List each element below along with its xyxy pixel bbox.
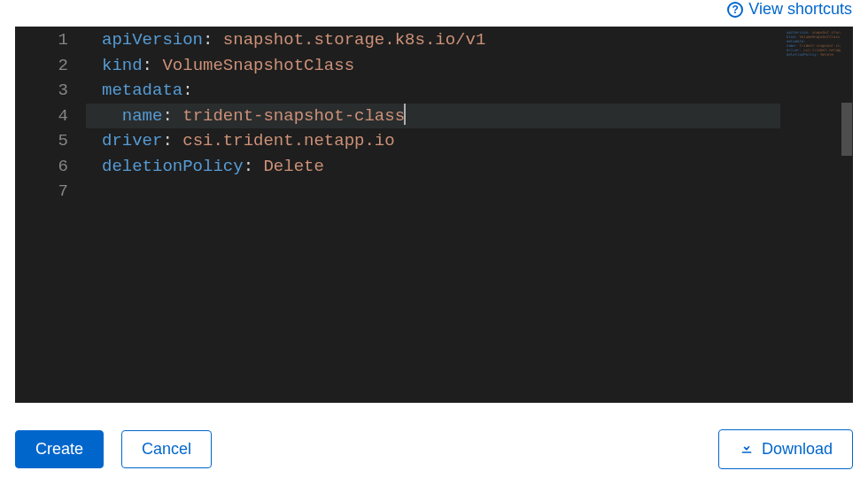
view-shortcuts-link[interactable]: ? View shortcuts [727, 0, 852, 19]
editor-minimap[interactable]: apiVersion: snapshot.storage.k8s.io/v1ki… [780, 27, 853, 403]
code-line[interactable]: apiVersion: snapshot.storage.k8s.io/v1 [86, 27, 780, 53]
cancel-button-label: Cancel [142, 440, 191, 459]
download-button-label: Download [762, 440, 833, 459]
action-button-row: Create Cancel Download [15, 429, 853, 469]
gutter-line-number: 7 [15, 179, 68, 204]
minimap-content: apiVersion: snapshot.storage.k8s.io/v1ki… [787, 30, 848, 57]
code-line[interactable] [86, 179, 780, 204]
question-circle-icon: ? [727, 2, 743, 18]
gutter-line-number: 5 [15, 128, 68, 154]
gutter-line-number: 4 [15, 104, 68, 129]
code-line[interactable]: driver: csi.trident.netapp.io [86, 128, 780, 154]
create-button[interactable]: Create [15, 430, 104, 468]
editor-cursor [404, 104, 406, 125]
gutter-line-number: 1 [15, 27, 68, 53]
code-line[interactable]: kind: VolumeSnapshotClass [86, 53, 780, 79]
code-editor[interactable]: 1234567 apiVersion: snapshot.storage.k8s… [15, 27, 853, 403]
minimap-line: deletionPolicy: Delete [787, 52, 848, 57]
download-button[interactable]: Download [718, 429, 853, 469]
gutter-line-number: 2 [15, 53, 68, 79]
code-line[interactable]: metadata: [86, 78, 780, 104]
gutter-line-number: 6 [15, 154, 68, 180]
create-button-label: Create [35, 440, 83, 459]
gutter-line-number: 3 [15, 78, 68, 104]
cancel-button[interactable]: Cancel [121, 430, 212, 468]
code-line[interactable]: name: trident-snapshot-class [86, 104, 780, 129]
minimap-scrollbar-thumb[interactable] [841, 103, 852, 156]
download-icon [739, 439, 755, 459]
code-line[interactable]: deletionPolicy: Delete [86, 154, 780, 180]
view-shortcuts-label: View shortcuts [748, 0, 852, 19]
editor-code-area[interactable]: apiVersion: snapshot.storage.k8s.io/v1ki… [86, 27, 780, 403]
minimap-scrollbar-track[interactable] [841, 27, 853, 403]
editor-gutter: 1234567 [15, 27, 86, 403]
